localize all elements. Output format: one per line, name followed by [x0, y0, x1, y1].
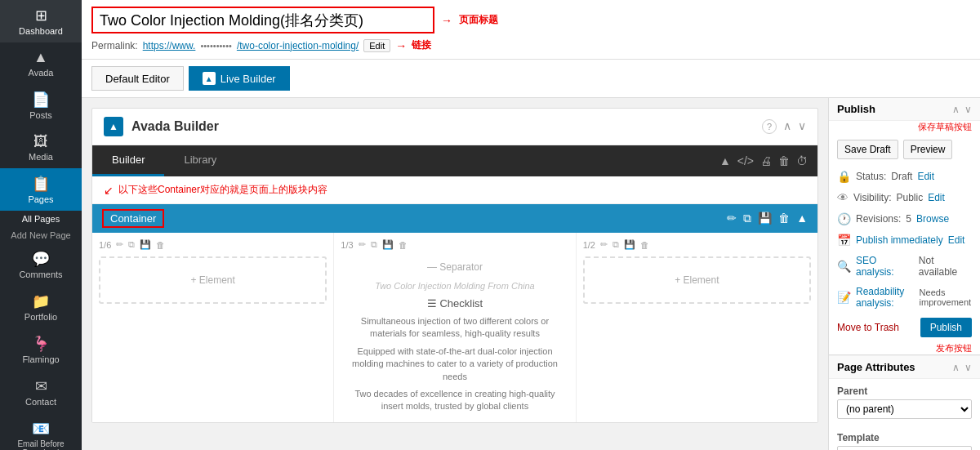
- container-drag-icon[interactable]: ▲: [796, 212, 808, 225]
- col1-delete-icon[interactable]: 🗑: [156, 240, 165, 250]
- publish-expand-icon[interactable]: ∨: [964, 104, 972, 115]
- preview-btn[interactable]: Preview: [903, 140, 953, 159]
- sidebar-subitem-all-pages[interactable]: All Pages: [0, 211, 82, 227]
- top-bar: → 页面标题 Permalink: https://www. •••••••••…: [82, 0, 980, 60]
- publish-time-link[interactable]: Publish immediately: [856, 234, 943, 246]
- col2-edit-icon[interactable]: ✏: [359, 239, 366, 250]
- publish-title: Publish: [837, 103, 952, 115]
- col3-add-element[interactable]: + Element: [583, 256, 811, 304]
- col3-delete-icon[interactable]: 🗑: [640, 240, 649, 250]
- publish-collapse-icon[interactable]: ∧: [952, 104, 960, 115]
- sidebar-item-comments[interactable]: 💬 Comments: [0, 243, 82, 286]
- contact-icon: ✉: [35, 377, 47, 395]
- col1-save-icon[interactable]: 💾: [140, 239, 151, 250]
- delete-icon[interactable]: 🗑: [778, 154, 790, 167]
- parent-select[interactable]: (no parent): [837, 399, 972, 419]
- seo-label[interactable]: SEO analysis:: [856, 255, 914, 278]
- container-row[interactable]: Container ✏ ⧉ 💾 🗑 ▲: [92, 204, 817, 233]
- collapse-icon[interactable]: ∧: [783, 119, 791, 134]
- title-arrow: →: [441, 14, 452, 27]
- sidebar-item-portfolio[interactable]: 📁 Portfolio: [0, 286, 82, 328]
- tab-builder[interactable]: Builder: [92, 145, 164, 176]
- col1-copy-icon[interactable]: ⧉: [128, 239, 135, 250]
- col3-edit-icon[interactable]: ✏: [600, 239, 608, 250]
- attr-expand-icon[interactable]: ∨: [964, 362, 972, 373]
- container-save-icon[interactable]: 💾: [758, 212, 772, 225]
- code-icon[interactable]: </>: [737, 154, 754, 167]
- seo-row: 🔍 SEO analysis: Not available: [829, 251, 980, 282]
- sidebar-item-contact[interactable]: ✉ Contact: [0, 371, 82, 413]
- dashboard-icon: ⊞: [35, 7, 47, 25]
- col1-fraction: 1/6: [99, 240, 111, 250]
- revisions-browse-link[interactable]: Browse: [916, 213, 949, 225]
- visibility-value: Public: [896, 192, 923, 203]
- sidebar-item-dashboard[interactable]: ⊞ Dashboard: [0, 0, 82, 42]
- permalink-row: Permalink: https://www. •••••••••• /two-…: [91, 38, 970, 52]
- container-edit-icon[interactable]: ✏: [727, 212, 737, 225]
- col2-copy-icon[interactable]: ⧉: [371, 239, 377, 250]
- add-container-icon[interactable]: ▲: [719, 154, 731, 167]
- permalink-path[interactable]: /two-color-injection-molding/: [237, 40, 359, 51]
- page-title-input[interactable]: [91, 7, 434, 33]
- builder-tab-icons: ▲ </> 🖨 🗑 ⏱: [710, 154, 817, 167]
- permalink-edit-btn[interactable]: Edit: [363, 39, 390, 52]
- visibility-edit-link[interactable]: Edit: [928, 192, 945, 203]
- attr-collapse-icon[interactable]: ∧: [952, 362, 960, 373]
- history-icon[interactable]: ⏱: [796, 154, 808, 167]
- col2-separator: — Separator: [341, 256, 568, 278]
- sidebar-item-media[interactable]: 🖼 Media: [0, 127, 82, 168]
- col1-add-element[interactable]: + Element: [99, 256, 327, 304]
- media-icon: 🖼: [33, 133, 48, 150]
- move-to-trash-link[interactable]: Move to Trash: [837, 322, 899, 333]
- builder-title: Avada Builder: [131, 119, 754, 134]
- main-content: → 页面标题 Permalink: https://www. •••••••••…: [82, 0, 980, 450]
- readability-label[interactable]: Readability analysis:: [856, 286, 915, 309]
- avada-builder: ▲ Avada Builder ? ∧ ∨ Builder Library ▲ …: [91, 108, 818, 423]
- visibility-icon: 👁: [837, 191, 849, 204]
- template-select[interactable]: 100% Width: [837, 446, 972, 450]
- revisions-icon: 🕐: [837, 212, 851, 225]
- container-label: Container: [102, 209, 164, 228]
- container-copy-icon[interactable]: ⧉: [743, 212, 751, 225]
- print-icon[interactable]: 🖨: [760, 154, 772, 167]
- col2-save-icon[interactable]: 💾: [382, 239, 394, 250]
- col3-save-icon[interactable]: 💾: [624, 239, 635, 250]
- permalink-mask: ••••••••••: [200, 41, 232, 51]
- sidebar-item-posts[interactable]: 📄 Posts: [0, 84, 82, 127]
- sidebar-item-avada[interactable]: ▲ Avada: [0, 42, 82, 84]
- page-attributes-icons: ∧ ∨: [952, 362, 972, 373]
- container-actions: ✏ ⧉ 💾 🗑 ▲: [727, 212, 808, 225]
- parent-label: Parent: [837, 385, 972, 397]
- template-label: Template: [837, 432, 972, 443]
- checklist-title: ☰ Checklist: [341, 294, 568, 313]
- live-builder-btn[interactable]: Live Builder: [189, 66, 290, 91]
- avada-logo: ▲: [104, 117, 123, 136]
- sidebar-item-pages[interactable]: 📋 Pages: [0, 168, 82, 211]
- publish-btn[interactable]: Publish: [920, 318, 972, 337]
- col3-copy-icon[interactable]: ⧉: [612, 239, 619, 250]
- email-icon: 📧: [32, 420, 50, 438]
- default-editor-btn[interactable]: Default Editor: [91, 66, 184, 91]
- visibility-row: 👁 Visibility: Public Edit: [829, 187, 980, 208]
- sidebar-item-email-download[interactable]: 📧 Email Before Download: [0, 413, 82, 450]
- permalink-url[interactable]: https://www.: [143, 40, 196, 51]
- sidebar-item-flamingo[interactable]: 🦩 Flamingo: [0, 328, 82, 371]
- col2-delete-icon[interactable]: 🗑: [399, 240, 408, 250]
- publish-footer: Move to Trash Publish: [829, 313, 980, 342]
- col2-header: 1/3 ✏ ⧉ 💾 🗑: [341, 239, 568, 250]
- tab-library[interactable]: Library: [164, 145, 236, 176]
- publish-time-edit-link[interactable]: Edit: [948, 234, 965, 246]
- status-icon: 🔒: [837, 170, 851, 183]
- sidebar-subitem-add-new[interactable]: Add New Page: [0, 227, 82, 243]
- save-draft-btn[interactable]: Save Draft: [837, 140, 898, 159]
- editor-area: ▲ Avada Builder ? ∧ ∨ Builder Library ▲ …: [82, 98, 828, 450]
- sidebar: ⊞ Dashboard ▲ Avada 📄 Posts 🖼 Media 📋 Pa…: [0, 0, 82, 450]
- help-icon[interactable]: ?: [762, 119, 777, 134]
- col1-edit-icon[interactable]: ✏: [116, 239, 123, 250]
- columns-area: 1/6 ✏ ⧉ 💾 🗑 + Element 1/3 ✏: [92, 233, 817, 422]
- portfolio-icon: 📁: [32, 292, 50, 310]
- container-delete-icon[interactable]: 🗑: [778, 212, 790, 225]
- status-edit-link[interactable]: Edit: [917, 171, 934, 182]
- page-attributes-header: Page Attributes ∧ ∨: [829, 356, 980, 379]
- expand-icon[interactable]: ∨: [798, 119, 806, 134]
